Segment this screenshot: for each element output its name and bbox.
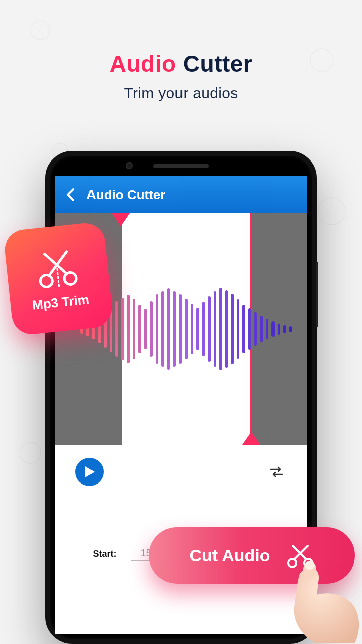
svg-marker-0	[85, 466, 95, 477]
cut-audio-label: Cut Audio	[189, 546, 270, 566]
svg-point-6	[288, 559, 296, 567]
promo-title-rest: Cutter	[183, 51, 252, 77]
app-bar-title: Audio Cutter	[86, 187, 165, 203]
mp3-trim-card: Mp3 Trim	[3, 221, 114, 336]
waveform-bar	[185, 299, 188, 359]
waveform-bar	[144, 309, 147, 349]
waveform-bar	[214, 291, 217, 367]
waveform-bar	[225, 290, 228, 368]
waveform-bar	[266, 319, 269, 339]
waveform-bar	[115, 301, 118, 357]
mp3-trim-label: Mp3 Trim	[32, 291, 90, 313]
waveform-bar	[173, 291, 176, 367]
playback-controls	[55, 445, 307, 492]
promo-subtitle: Trim your audios	[0, 85, 362, 102]
phone-speaker	[153, 164, 209, 168]
waveform-bar	[248, 308, 251, 350]
app-bar: Audio Cutter	[55, 176, 307, 213]
waveform-bar	[289, 326, 292, 332]
svg-point-7	[304, 559, 312, 567]
start-label: Start:	[93, 549, 116, 559]
waveform-bar	[133, 299, 136, 359]
waveform-bar	[202, 302, 205, 356]
back-button[interactable]	[62, 186, 79, 203]
phone-side-button-right	[316, 262, 318, 327]
waveform-bar	[138, 305, 141, 353]
promo-title-accent: Audio	[110, 51, 176, 77]
promo-title: Audio Cutter	[0, 50, 362, 77]
scissors-icon	[286, 543, 315, 568]
waveform-bar	[191, 304, 194, 354]
svg-line-5	[57, 269, 59, 287]
svg-point-1	[40, 274, 53, 287]
waveform-bar	[272, 321, 275, 337]
waveform-bar	[231, 294, 234, 364]
waveform-bar	[278, 324, 281, 335]
play-icon	[83, 465, 96, 478]
chevron-left-icon	[65, 188, 76, 202]
svg-line-8	[294, 546, 308, 559]
waveform-bar	[179, 294, 182, 364]
waveform-bar	[161, 291, 164, 367]
waveform-bar	[283, 325, 286, 333]
waveform-bar	[237, 299, 240, 359]
waveform-bar	[150, 301, 153, 357]
play-button[interactable]	[75, 458, 104, 486]
waveform-bar	[242, 305, 245, 353]
waveform-bar	[254, 312, 257, 346]
waveform-bar	[219, 288, 222, 370]
loop-button[interactable]	[266, 462, 287, 482]
waveform-bar	[208, 296, 211, 362]
svg-line-9	[293, 546, 306, 559]
trim-handle-start[interactable]	[112, 213, 130, 226]
waveform-bar	[121, 298, 124, 360]
cut-audio-button[interactable]: Cut Audio	[149, 527, 355, 584]
waveform-bar	[127, 295, 130, 363]
phone-camera	[126, 162, 133, 169]
promo-headline: Audio Cutter Trim your audios	[0, 50, 362, 102]
waveform-bar	[196, 308, 199, 350]
waveform-bar	[167, 288, 170, 370]
scissors-icon	[33, 245, 81, 290]
waveform	[80, 284, 292, 374]
waveform-bar	[260, 316, 263, 342]
loop-icon	[269, 465, 284, 478]
trim-handle-end[interactable]	[242, 432, 260, 445]
waveform-bar	[156, 294, 159, 364]
